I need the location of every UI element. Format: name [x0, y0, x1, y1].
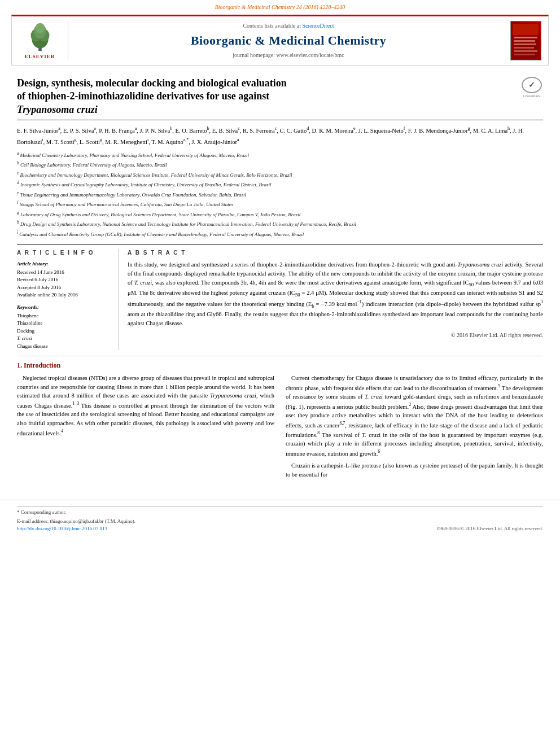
footer-separator — [17, 506, 543, 506]
footer-bottom: http://dx.doi.org/10.1016/j.bmc.2016.07.… — [17, 525, 543, 532]
article-info-abstract: A R T I C L E I N F O Article history: R… — [17, 244, 543, 350]
journal-top-bar: Bioorganic & Medicinal Chemistry 24 (201… — [0, 0, 560, 12]
journal-cover — [509, 21, 542, 60]
email-label: E-mail address: — [17, 518, 49, 524]
affiliation-a: a Medicinal Chemistry Laboratory, Pharma… — [17, 150, 543, 160]
science-direct-link[interactable]: ScienceDirect — [302, 23, 334, 29]
accepted-date: Accepted 8 July 2016 — [17, 284, 112, 292]
article-area: Design, synthesis, molecular docking and… — [0, 65, 560, 488]
corresponding-label: * Corresponding author. — [17, 509, 66, 515]
keywords-label: Keywords: — [17, 304, 112, 311]
affiliations: a Medicinal Chemistry Laboratory, Pharma… — [17, 150, 543, 239]
copyright-line: © 2016 Elsevier Ltd. All rights reserved… — [128, 331, 543, 339]
affiliation-h: h Drug Design and Synthesis Laboratory, … — [17, 219, 543, 229]
doi-link[interactable]: http://dx.doi.org/10.1016/j.bmc.2016.07.… — [17, 525, 107, 532]
keyword-5: Chagas disease — [17, 343, 112, 351]
svg-rect-11 — [514, 47, 534, 49]
authors-section: E. F. Silva-Júniora, E. P. S. Silvaa, P.… — [17, 125, 543, 238]
crossmark-icon: ✓ — [522, 77, 542, 93]
abstract-col: A B S T R A C T In this study, we design… — [128, 249, 543, 350]
revised-date: Revised 6 July 2016 — [17, 276, 112, 284]
affiliation-c: c Biochemistry and Immunology Department… — [17, 170, 543, 180]
journal-header: ELSEVIER Contents lists available at Sci… — [11, 15, 549, 65]
title-line1: Design, synthesis, molecular docking and… — [17, 77, 287, 89]
title-line2: of thiophen-2-iminothiazolidine derivati… — [17, 90, 269, 102]
available-date: Available online 20 July 2016 — [17, 291, 112, 299]
abstract-heading: A B S T R A C T — [128, 249, 543, 257]
keyword-3: Docking — [17, 327, 112, 335]
email-address: thiago.aquino@iqb.ufal.br (T.M. Aquino). — [50, 518, 135, 524]
svg-rect-9 — [514, 40, 535, 42]
intro-title: 1. Introduction — [17, 361, 543, 370]
elsevier-label: ELSEVIER — [25, 53, 55, 60]
journal-title: Bioorganic & Medicinal Chemistry — [74, 32, 503, 50]
elsevier-logo: ELSEVIER — [18, 21, 68, 60]
article-title: Design, synthesis, molecular docking and… — [17, 77, 287, 116]
intro-right-col: Current chemotherapy for Chagas disease … — [286, 374, 543, 483]
intro-section: 1. Introduction Neglected tropical disea… — [17, 356, 543, 483]
journal-cover-image — [510, 21, 541, 60]
corresponding-author-note: * Corresponding author. — [17, 509, 543, 516]
crossmark-label: CrossMark — [523, 94, 540, 99]
intro-left-col: Neglected tropical diseases (NTDs) are a… — [17, 374, 274, 483]
history-label: Article history: — [17, 260, 112, 268]
issn-text: 0968-0896/© 2016 Elsevier Ltd. All right… — [437, 525, 543, 532]
affiliation-g: g Laboratory of Drug Synthesis and Deliv… — [17, 209, 543, 219]
crossmark-badge: ✓ CrossMark — [520, 77, 543, 99]
keyword-4: T. cruzi — [17, 335, 112, 343]
email-line: E-mail address: thiago.aquino@iqb.ufal.b… — [17, 518, 543, 525]
affiliation-f: f Skaggs School of Pharmacy and Pharmace… — [17, 199, 543, 209]
title-italic: Trypanosoma cruzi — [17, 104, 98, 115]
journal-reference: Bioorganic & Medicinal Chemistry 24 (201… — [215, 4, 345, 10]
abstract-text: In this study, we designed and synthesiz… — [128, 260, 543, 327]
svg-rect-10 — [514, 43, 536, 45]
received-date: Received 14 June 2016 — [17, 269, 112, 277]
page: Bioorganic & Medicinal Chemistry 24 (201… — [0, 0, 560, 747]
svg-rect-12 — [514, 50, 537, 52]
affiliation-b: b Cell Biology Laboratory, Federal Unive… — [17, 160, 543, 169]
affiliation-d: d Inorganic Synthesis and Crystallograph… — [17, 180, 543, 189]
homepage-text: journal homepage: www.elsevier.com/locat… — [233, 52, 344, 58]
journal-homepage: journal homepage: www.elsevier.com/locat… — [74, 51, 503, 59]
article-title-section: Design, synthesis, molecular docking and… — [17, 71, 543, 120]
authors-line: E. F. Silva-Júniora, E. P. S. Silvaa, P.… — [17, 125, 543, 147]
article-info-heading: A R T I C L E I N F O — [17, 249, 112, 257]
affiliation-e: e Tissue Engineering and Immunopharmacol… — [17, 190, 543, 199]
elsevier-tree-icon — [23, 21, 57, 52]
affiliation-i: i Catalysis and Chemical Reactivity Grou… — [17, 229, 543, 239]
svg-rect-13 — [514, 54, 535, 55]
science-direct-text: Contents lists available at — [243, 23, 300, 29]
svg-rect-8 — [514, 37, 537, 38]
science-direct-line: Contents lists available at ScienceDirec… — [74, 22, 503, 30]
svg-rect-7 — [513, 24, 539, 35]
svg-point-5 — [35, 23, 45, 33]
article-info-col: A R T I C L E I N F O Article history: R… — [17, 249, 119, 350]
intro-body: Neglected tropical diseases (NTDs) are a… — [17, 374, 543, 483]
keyword-1: Thiophene — [17, 312, 112, 320]
page-footer: * Corresponding author. E-mail address: … — [0, 500, 560, 537]
journal-center: Contents lists available at ScienceDirec… — [74, 22, 503, 60]
keyword-2: Thiazolidine — [17, 320, 112, 327]
article-history: Article history: Received 14 June 2016 R… — [17, 260, 112, 299]
cover-svg — [511, 23, 540, 59]
